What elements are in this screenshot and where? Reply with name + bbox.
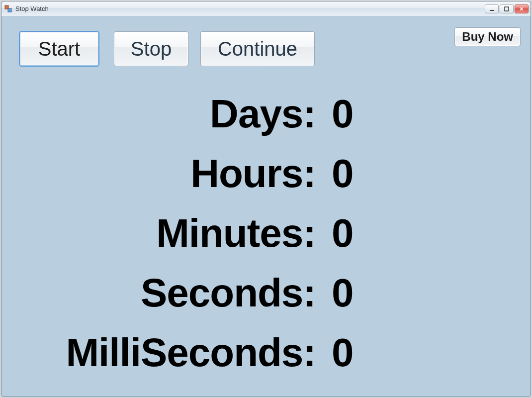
milliseconds-value: 0	[320, 330, 354, 376]
svg-rect-3	[505, 7, 509, 11]
client-area: Start Stop Continue Buy Now Days: 0 Hour…	[1, 16, 531, 397]
seconds-label: Seconds:	[1, 270, 320, 316]
hours-label: Hours:	[1, 151, 320, 197]
days-label: Days:	[1, 91, 320, 137]
titlebar[interactable]: Stop Watch	[1, 1, 531, 16]
window-title: Stop Watch	[15, 5, 49, 12]
svg-rect-1	[8, 8, 11, 12]
window-controls	[485, 4, 529, 13]
minutes-row: Minutes: 0	[1, 210, 531, 270]
days-row: Days: 0	[1, 91, 531, 151]
minutes-value: 0	[320, 210, 354, 256]
svg-rect-2	[490, 10, 494, 11]
stop-button[interactable]: Stop	[114, 31, 188, 66]
milliseconds-label: MilliSeconds:	[1, 330, 320, 376]
time-readout: Days: 0 Hours: 0 Minutes: 0 Seconds: 0 M…	[1, 91, 531, 390]
close-icon	[519, 6, 524, 11]
days-value: 0	[320, 91, 354, 137]
seconds-row: Seconds: 0	[1, 270, 531, 330]
maximize-icon	[504, 6, 509, 11]
start-button[interactable]: Start	[19, 31, 99, 66]
hours-row: Hours: 0	[1, 151, 531, 210]
minutes-label: Minutes:	[1, 210, 320, 256]
continue-button[interactable]: Continue	[200, 31, 315, 66]
seconds-value: 0	[320, 270, 354, 316]
app-window: Stop Watch Start Stop Continue Buy Now	[1, 1, 531, 397]
minimize-icon	[489, 6, 494, 11]
close-button[interactable]	[515, 4, 529, 13]
milliseconds-row: MilliSeconds: 0	[1, 330, 531, 390]
maximize-button[interactable]	[500, 4, 514, 13]
minimize-button[interactable]	[485, 4, 499, 13]
app-icon	[4, 5, 12, 13]
toolbar: Start Stop Continue Buy Now	[1, 16, 531, 76]
buy-now-button[interactable]: Buy Now	[454, 27, 521, 46]
hours-value: 0	[320, 151, 354, 197]
